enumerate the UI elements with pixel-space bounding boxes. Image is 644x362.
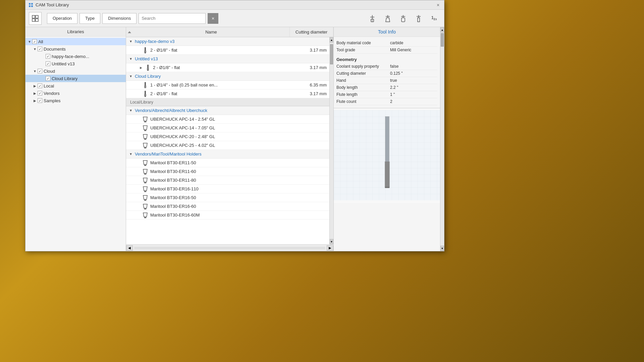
info-scrollbar[interactable]: ▲ ▼ — [440, 27, 444, 251]
tool-row-maritool-5[interactable]: Maritool BT30-ER16-50 — [126, 193, 329, 202]
checkbox-samples[interactable] — [38, 98, 42, 103]
geometry-header: Geometry — [336, 55, 437, 63]
info-panel: Tool Info Body material code carbide Too… — [333, 27, 444, 251]
group-cloud-library[interactable]: ▼ Cloud Library — [126, 72, 329, 81]
tool-row-maritool-2[interactable]: Maritool BT30-ER11-60 — [126, 167, 329, 176]
toolbar: Operation Type Dimensions × — [25, 10, 444, 27]
checkbox-vendors[interactable] — [38, 91, 42, 96]
hscroll-right-btn[interactable]: ▶ — [327, 245, 333, 251]
numbering-button[interactable]: 123 — [427, 12, 441, 25]
toggle-group-albrecht[interactable]: ▼ — [128, 108, 133, 113]
toggle-documents[interactable]: ▼ — [32, 46, 38, 52]
tool-row-maritool-7[interactable]: Maritool BT30-ER16-60M — [126, 211, 329, 220]
flute-length-label: Flute length — [336, 92, 390, 97]
tool-grade-value: Mill Generic — [390, 48, 437, 52]
info-scroll-down[interactable]: ▼ — [440, 246, 444, 251]
tools-panel: Name Cutting diameter ▼ happy-face-demo … — [126, 27, 333, 251]
checkbox-documents[interactable] — [38, 47, 42, 51]
type-button[interactable]: Type — [79, 13, 100, 24]
toggle-group-untitled[interactable]: ▼ — [128, 56, 133, 62]
tree-item-all[interactable]: ▼ All — [25, 38, 126, 45]
tool-preview-svg — [334, 108, 440, 202]
group-label-maritool: Vendors/MariTool/Maritool Holders — [135, 152, 202, 157]
tool-row-happy-flat[interactable]: 2 - Ø1/8" - flat 3.17 mm — [126, 46, 329, 55]
svg-rect-1 — [31, 3, 33, 5]
checkbox-untitled[interactable] — [46, 61, 50, 66]
toggle-group-cloud[interactable]: ▼ — [128, 74, 133, 79]
svg-rect-5 — [36, 15, 38, 18]
scroll-down-btn[interactable]: ▼ — [330, 239, 333, 244]
tree-item-local[interactable]: ▶ Local — [25, 82, 126, 89]
info-scroll-up[interactable]: ▲ — [440, 27, 444, 33]
group-untitled-v13[interactable]: ▼ Untitled v13 — [126, 55, 329, 63]
checkbox-cloud-library[interactable] — [46, 76, 50, 81]
grid-view-button[interactable] — [29, 12, 42, 25]
svg-rect-0 — [29, 3, 31, 5]
tools-scroll-area[interactable]: ▼ happy-face-demo v3 2 - Ø1/8" - flat — [126, 37, 329, 244]
tree-item-cloud[interactable]: ▼ Cloud — [25, 67, 126, 75]
tool-row-uberchuck-4[interactable]: UBERCHUCK APC-25 - 4.02" GL — [126, 141, 329, 150]
tools-scrollbar[interactable]: ▲ ▼ — [329, 37, 333, 244]
tree-item-untitled[interactable]: Untitled v13 — [25, 60, 126, 67]
tool-icon-holder-10 — [142, 203, 148, 209]
add-extension-button[interactable] — [412, 12, 425, 25]
toggle-vendors[interactable]: ▶ — [32, 90, 38, 96]
dimensions-button[interactable]: Dimensions — [102, 13, 137, 24]
tree-item-cloud-library[interactable]: Cloud Library — [25, 75, 126, 82]
tree-item-samples[interactable]: ▶ Samples — [25, 97, 126, 104]
info-scrollbar-thumb[interactable] — [441, 33, 444, 47]
svg-rect-60 — [385, 187, 389, 188]
tool-row-ball[interactable]: 1 - Ø1/4" - ball (0.25 ball nose en... 6… — [126, 81, 329, 89]
close-button[interactable]: × — [435, 2, 441, 8]
tool-row-untitled-flat[interactable]: ▶ 2 - Ø1/8" - flat 3.17 mm — [126, 63, 329, 72]
tree-item-happy-face[interactable]: happy-face-demo... — [25, 53, 126, 60]
tree-item-documents[interactable]: ▼ Documents — [25, 45, 126, 53]
add-tool-button[interactable] — [366, 12, 379, 25]
group-vendors-albrecht[interactable]: ▼ Vendors/Albrecht/Albrecht Uberchuck — [126, 106, 329, 115]
svg-rect-20 — [418, 18, 420, 22]
toggle-all[interactable]: ▼ — [27, 39, 32, 44]
tool-name-12: Maritool BT30-ER16-110 — [150, 186, 327, 191]
info-row-tool-grade: Tool grade Mill Generic — [336, 47, 437, 54]
svg-rect-25 — [147, 65, 149, 68]
toggle-untitled — [40, 61, 46, 66]
tool-row-uberchuck-3[interactable]: UBERCHUCK APC-20 - 2.48" GL — [126, 132, 329, 141]
svg-rect-24 — [145, 53, 146, 53]
tool-row-maritool-6[interactable]: Maritool BT30-ER16-60 — [126, 202, 329, 211]
toggle-group-happy[interactable]: ▼ — [128, 39, 133, 44]
tool-name-11: Maritool BT30-ER11-80 — [150, 178, 327, 183]
checkbox-cloud[interactable] — [38, 69, 42, 73]
tool-row-uberchuck-1[interactable]: UBERCHUCK APC-14 - 2.54" GL — [126, 115, 329, 124]
toggle-group-maritool[interactable]: ▼ — [128, 152, 133, 157]
operation-button[interactable]: Operation — [47, 13, 77, 24]
add-holder-button[interactable] — [381, 12, 394, 25]
tool-row-maritool-3[interactable]: Maritool BT30-ER11-80 — [126, 176, 329, 185]
tool-row-uberchuck-2[interactable]: UBERCHUCK APC-14 - 7.05" GL — [126, 124, 329, 132]
tool-row-maritool-1[interactable]: Maritool BT30-ER11-50 — [126, 159, 329, 167]
checkbox-happy-face[interactable] — [46, 54, 50, 59]
expand-untitled-flat[interactable]: ▶ — [138, 65, 144, 70]
tree-item-vendors[interactable]: ▶ Vendors — [25, 89, 126, 97]
svg-rect-32 — [144, 94, 146, 96]
search-input[interactable] — [139, 13, 206, 24]
tool-row-maritool-4[interactable]: Maritool BT30-ER16-110 — [126, 185, 329, 193]
checkbox-all[interactable] — [32, 39, 37, 44]
tool-info-header: Tool Info — [334, 27, 440, 37]
svg-rect-58 — [385, 117, 389, 162]
scroll-up-arrow[interactable] — [126, 27, 133, 37]
scrollbar-thumb[interactable] — [330, 44, 333, 64]
group-label-albrecht: Vendors/Albrecht/Albrecht Uberchuck — [135, 108, 207, 113]
toggle-cloud[interactable]: ▼ — [32, 68, 38, 74]
tools-content-area: ▼ happy-face-demo v3 2 - Ø1/8" - flat — [126, 37, 333, 244]
group-vendors-maritool[interactable]: ▼ Vendors/MariTool/Maritool Holders — [126, 150, 329, 159]
toggle-samples[interactable]: ▶ — [32, 98, 38, 103]
toggle-local[interactable]: ▶ — [32, 83, 38, 88]
add-collet-button[interactable] — [396, 12, 410, 25]
tool-name-5: UBERCHUCK APC-14 - 2.54" GL — [150, 117, 300, 122]
tool-row-cloud-flat[interactable]: 2 - Ø1/8" - flat 3.17 mm — [126, 89, 329, 98]
search-clear-button[interactable]: × — [208, 13, 218, 24]
checkbox-local[interactable] — [38, 83, 42, 88]
group-happy-face-demo-v3[interactable]: ▼ happy-face-demo v3 — [126, 37, 329, 46]
hscroll-left-btn[interactable]: ◀ — [126, 245, 133, 251]
scroll-up-btn[interactable]: ▲ — [330, 37, 333, 43]
